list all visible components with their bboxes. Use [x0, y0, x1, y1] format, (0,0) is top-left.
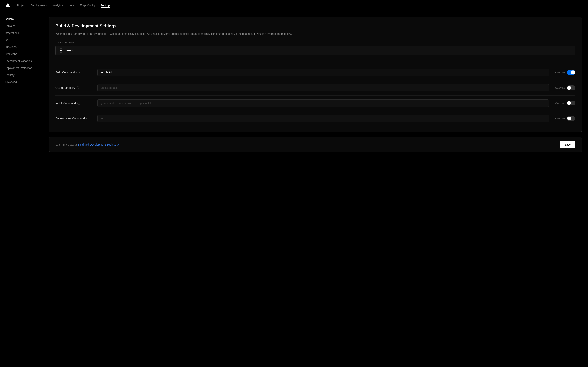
setting-label-text-2: Install Command	[55, 101, 76, 105]
setting-label-text-1: Output Directory	[55, 86, 75, 89]
setting-input-3	[97, 115, 549, 122]
help-icon-3[interactable]: ?	[86, 117, 89, 120]
setting-label-col-2: Install Command?	[55, 101, 94, 105]
framework-value: Next.js	[65, 49, 74, 52]
setting-label-col-3: Development Command?	[55, 117, 94, 120]
nav-link-logs[interactable]: Logs	[69, 3, 75, 8]
sidebar-item-cron-jobs[interactable]: Cron Jobs	[0, 50, 43, 58]
setting-input-1	[97, 84, 549, 92]
toggle-knob-1	[567, 86, 571, 90]
divider	[55, 60, 575, 60]
footer-text-prefix: Learn more about	[55, 143, 78, 146]
override-toggle-0[interactable]	[567, 70, 575, 75]
framework-select-display[interactable]: N Next.js ⌄	[55, 46, 575, 55]
framework-preset-select[interactable]: N Next.js ⌄	[55, 46, 575, 55]
framework-preset-label: Framework Preset	[55, 41, 575, 44]
toggle-knob-0	[571, 70, 575, 74]
help-icon-1[interactable]: ?	[77, 86, 80, 89]
setting-label-col-0: Build Command?	[55, 71, 94, 74]
setting-input-col-3	[97, 115, 549, 122]
setting-input-col-1	[97, 84, 549, 92]
sidebar-item-domains[interactable]: Domains	[0, 23, 43, 30]
setting-override-col-1: Override	[552, 85, 575, 90]
sidebar-item-environment-variables[interactable]: Environment Variables	[0, 58, 43, 65]
external-link-icon: ↗	[117, 144, 119, 146]
sidebar-item-git[interactable]: Git	[0, 36, 43, 43]
override-label-1: Override	[555, 86, 565, 89]
build-settings-card: Build & Development Settings When using …	[49, 17, 582, 133]
nav-link-edge-config[interactable]: Edge Config	[80, 3, 95, 8]
override-toggle-2[interactable]	[567, 101, 575, 105]
override-toggle-1[interactable]	[567, 85, 575, 90]
override-label-3: Override	[555, 117, 565, 120]
toggle-knob-2	[567, 101, 571, 105]
main-content: Build & Development Settings When using …	[43, 11, 588, 367]
settings-rows: Build Command?OverrideOutput Directory?O…	[55, 65, 575, 126]
help-icon-0[interactable]: ?	[77, 71, 79, 74]
override-label-2: Override	[555, 102, 565, 105]
help-icon-2[interactable]: ?	[78, 101, 80, 105]
setting-input-col-2	[97, 100, 549, 107]
setting-label-col-1: Output Directory?	[55, 86, 94, 89]
setting-override-col-2: Override	[552, 101, 575, 105]
sidebar-item-integrations[interactable]: Integrations	[0, 30, 43, 36]
card-footer: Learn more about Build and Development S…	[49, 137, 582, 152]
nav-link-project[interactable]: Project	[17, 3, 26, 8]
sidebar-item-advanced[interactable]: Advanced	[0, 78, 43, 85]
nav-link-deployments[interactable]: Deployments	[31, 3, 47, 8]
setting-label-text-3: Development Command	[55, 117, 85, 120]
card-title: Build & Development Settings	[55, 24, 575, 29]
card-description: When using a framework for a new project…	[55, 32, 575, 36]
chevron-down-icon: ⌄	[570, 49, 572, 52]
sidebar: GeneralDomainsIntegrationsGitFunctionsCr…	[0, 11, 43, 367]
setting-row-0: Build Command?Override	[55, 65, 575, 80]
sidebar-item-functions[interactable]: Functions	[0, 43, 43, 50]
setting-input-0[interactable]	[97, 69, 549, 76]
footer-link-text: Build and Development Settings	[78, 143, 116, 146]
footer-link[interactable]: Build and Development Settings↗	[78, 143, 119, 146]
logo[interactable]	[5, 2, 11, 8]
setting-row-1: Output Directory?Override	[55, 80, 575, 96]
save-button[interactable]: Save	[560, 141, 575, 148]
sidebar-item-security[interactable]: Security	[0, 71, 43, 78]
override-toggle-3[interactable]	[567, 116, 575, 121]
nav-links: ProjectDeploymentsAnalyticsLogsEdge Conf…	[17, 3, 110, 8]
setting-input-col-0	[97, 69, 549, 76]
setting-override-col-3: Override	[552, 116, 575, 121]
layout: GeneralDomainsIntegrationsGitFunctionsCr…	[0, 11, 588, 367]
toggle-knob-3	[567, 117, 571, 120]
nav-link-settings[interactable]: Settings	[101, 3, 111, 8]
footer-text: Learn more about Build and Development S…	[55, 143, 119, 146]
top-nav: ProjectDeploymentsAnalyticsLogsEdge Conf…	[0, 0, 588, 11]
nextjs-icon: N	[59, 48, 63, 53]
override-label-0: Override	[555, 71, 565, 74]
setting-row-3: Development Command?Override	[55, 111, 575, 126]
nav-link-analytics[interactable]: Analytics	[52, 3, 63, 8]
sidebar-item-general[interactable]: General	[0, 16, 43, 23]
setting-input-2	[97, 100, 549, 107]
setting-override-col-0: Override	[552, 70, 575, 75]
setting-row-2: Install Command?Override	[55, 96, 575, 111]
sidebar-item-deployment-protection[interactable]: Deployment Protection	[0, 65, 43, 71]
setting-label-text-0: Build Command	[55, 71, 75, 74]
